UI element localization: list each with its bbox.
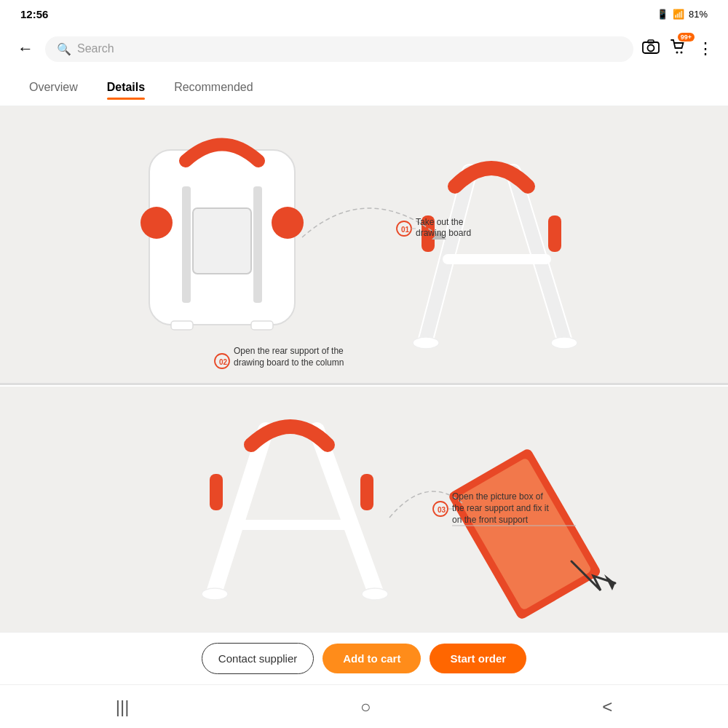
svg-point-3 <box>676 52 678 54</box>
whatsapp-icon: 📱 <box>657 9 668 20</box>
status-bar: 12:56 📱 📶 81% <box>0 0 728 26</box>
svg-text:on the front support: on the front support <box>452 515 529 525</box>
tab-recommended[interactable]: Recommended <box>174 81 253 97</box>
svg-rect-2 <box>648 40 654 43</box>
search-box[interactable]: 🔍 Search <box>45 36 633 62</box>
svg-text:01: 01 <box>401 226 410 234</box>
svg-point-7 <box>141 207 173 239</box>
svg-text:Open the picture box of: Open the picture box of <box>452 491 543 502</box>
svg-text:Open the rear support of the: Open the rear support of the <box>234 346 344 356</box>
back-nav-icon[interactable]: < <box>602 697 612 717</box>
svg-rect-9 <box>193 208 251 274</box>
action-bar: Contact supplier Add to cart Start order <box>0 632 728 684</box>
svg-rect-20 <box>548 215 561 252</box>
svg-text:03: 03 <box>438 506 446 514</box>
svg-rect-38 <box>360 474 373 510</box>
svg-rect-10 <box>182 186 191 303</box>
svg-rect-13 <box>251 321 273 330</box>
tab-overview[interactable]: Overview <box>29 81 78 97</box>
more-menu-icon[interactable]: ⋮ <box>697 39 713 58</box>
svg-point-4 <box>681 52 683 54</box>
cart-badge: 99+ <box>678 33 695 41</box>
start-order-button[interactable]: Start order <box>430 644 526 673</box>
search-placeholder: Search <box>77 42 114 55</box>
status-icons: 📱 📶 81% <box>657 9 708 20</box>
signal-icon: 📶 <box>673 9 684 20</box>
battery-text: 81% <box>689 9 708 20</box>
svg-rect-11 <box>253 186 262 303</box>
svg-point-22 <box>551 337 577 349</box>
svg-point-8 <box>272 207 304 239</box>
tabs-bar: Overview Details Recommended <box>0 71 728 106</box>
nav-right-icons: 99+ ⋮ <box>642 39 713 59</box>
camera-icon[interactable] <box>642 39 660 59</box>
add-to-cart-button[interactable]: Add to cart <box>323 644 421 673</box>
svg-point-40 <box>362 588 388 600</box>
back-button[interactable]: ← <box>15 36 36 61</box>
contact-supplier-button[interactable]: Contact supplier <box>202 643 314 674</box>
svg-text:02: 02 <box>219 358 228 366</box>
product-content: 01 Take out the drawing board 02 Open th… <box>0 106 728 636</box>
instruction-section-2: 03 Open the picture box of the rear supp… <box>0 387 728 636</box>
svg-point-21 <box>413 337 439 349</box>
svg-point-39 <box>202 588 228 600</box>
tab-details[interactable]: Details <box>107 81 145 97</box>
svg-point-1 <box>648 45 654 52</box>
bottom-navigation: ||| ○ < <box>0 684 728 728</box>
svg-text:drawing board: drawing board <box>416 228 471 238</box>
svg-rect-37 <box>210 474 223 510</box>
home-icon[interactable]: ○ <box>360 697 371 717</box>
recent-apps-icon[interactable]: ||| <box>116 697 130 717</box>
instruction-section-1: 01 Take out the drawing board 02 Open th… <box>0 106 728 383</box>
cart-icon[interactable]: 99+ <box>670 39 687 59</box>
svg-text:drawing board to the column: drawing board to the column <box>234 357 344 368</box>
svg-text:the rear support and fix it: the rear support and fix it <box>452 503 549 513</box>
navigation-bar: ← 🔍 Search 99+ ⋮ <box>0 26 728 71</box>
svg-rect-12 <box>171 321 193 330</box>
search-icon: 🔍 <box>57 42 71 56</box>
svg-text:Take out the: Take out the <box>416 217 464 227</box>
status-time: 12:56 <box>20 8 48 20</box>
